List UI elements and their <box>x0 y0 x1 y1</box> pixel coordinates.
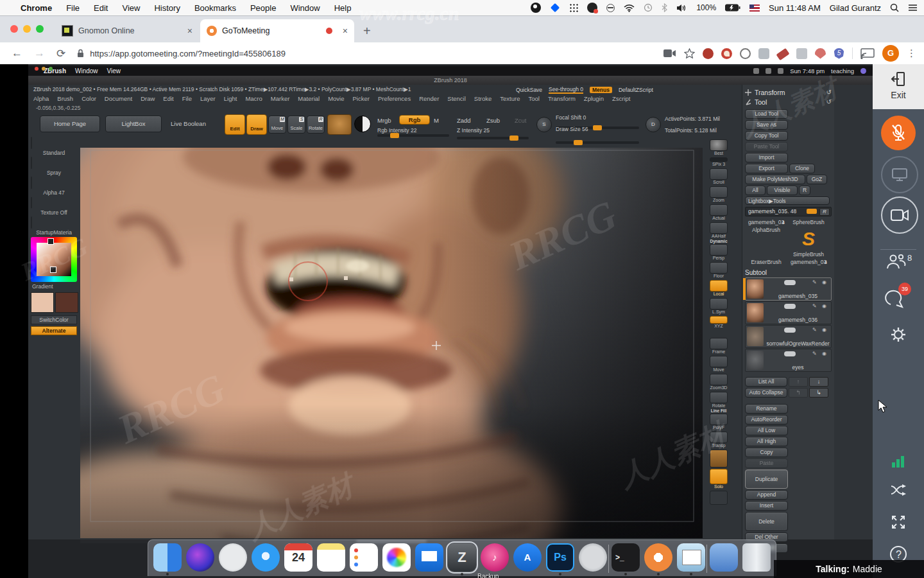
zbrush-menu-item[interactable]: Macro <box>245 95 262 102</box>
extension-chat-icon[interactable] <box>758 48 769 59</box>
zbrush-menu-item[interactable]: Texture <box>500 95 520 102</box>
rename-button[interactable]: Rename <box>745 404 788 414</box>
left-tray-item[interactable]: StartupMateria <box>31 217 77 236</box>
zbrush-menu-item[interactable]: Light <box>224 95 237 102</box>
dock-icon[interactable] <box>252 542 280 574</box>
chat-button[interactable]: 39 <box>873 288 924 310</box>
zbrush-menu-item[interactable]: Stroke <box>474 95 492 102</box>
current-brush-tile[interactable] <box>327 114 352 135</box>
extension-tag-icon[interactable] <box>776 48 789 60</box>
tool-button[interactable]: Save As <box>745 120 788 130</box>
rgb-intensity-track[interactable] <box>377 134 449 137</box>
all-low-button[interactable]: All Low <box>745 426 788 435</box>
switch-color-button[interactable]: SwitchColor <box>31 315 77 324</box>
remote-menu-window[interactable]: Window <box>75 67 98 74</box>
tab-close-icon[interactable]: × <box>343 26 348 36</box>
attendees-button[interactable]: 8 8 <box>873 252 924 274</box>
wifi-icon[interactable] <box>624 4 635 12</box>
tool-reset-icon[interactable]: ↺ <box>826 98 832 105</box>
right-shelf-button[interactable]: Solo <box>707 468 730 489</box>
list-all-button[interactable]: List All <box>745 377 787 387</box>
delete-button[interactable]: Delete <box>745 512 788 531</box>
zbrush-menu-item[interactable]: Transform <box>548 95 576 102</box>
dock-icon[interactable] <box>382 542 411 574</box>
dropbox-tray-icon[interactable] <box>551 3 560 12</box>
tool-button[interactable]: Visible <box>767 186 798 195</box>
right-shelf-button[interactable]: Rotate <box>707 391 730 408</box>
remote-minimize-button[interactable] <box>42 67 46 71</box>
copy-button[interactable]: Copy <box>745 448 788 457</box>
left-tray-item[interactable]: Alpha 47 <box>31 177 77 196</box>
rotate-mode-button[interactable]: RRotate <box>307 116 325 134</box>
all-high-button[interactable]: All High <box>745 437 788 446</box>
tool-button[interactable]: GoZ <box>807 175 827 184</box>
new-tab-button[interactable]: + <box>363 24 371 37</box>
right-shelf-button[interactable]: Local <box>707 279 730 297</box>
left-tray-item[interactable]: Texture Off <box>31 197 77 216</box>
active-tool-slider-knob[interactable] <box>807 209 817 214</box>
right-shelf-button[interactable] <box>707 329 730 337</box>
share-camera-button[interactable] <box>881 197 918 234</box>
chromecast-icon[interactable] <box>860 48 875 59</box>
zbrush-menu-item[interactable]: Document <box>105 95 132 102</box>
mrgb-toggle[interactable]: Mrgb <box>377 117 391 124</box>
polypaint-toggle-icon[interactable] <box>784 328 796 333</box>
right-shelf-button[interactable]: XYZ <box>707 315 730 329</box>
polypaint-toggle-icon[interactable] <box>784 304 796 309</box>
left-tray-item[interactable]: Standard <box>31 137 77 156</box>
zbrush-menu-item[interactable]: Draw <box>141 95 155 102</box>
menubar-item[interactable]: Help <box>334 3 352 13</box>
bookmark-star-icon[interactable] <box>684 48 695 58</box>
reload-button[interactable]: ⟳ <box>56 47 65 60</box>
dock-icon[interactable] <box>710 542 738 574</box>
window-close-button[interactable] <box>10 25 18 33</box>
tool-thumbnail[interactable]: 4gamemesh_03 <box>787 259 830 265</box>
right-shelf-button[interactable]: Scroll <box>707 168 730 185</box>
menubar-item[interactable]: People <box>250 3 276 13</box>
dock-icon[interactable]: Ps <box>546 542 574 574</box>
zbrush-menu-item[interactable]: Alpha <box>33 95 49 102</box>
right-shelf-button[interactable]: DynamicPersp <box>707 240 730 261</box>
right-shelf-button[interactable]: Frame <box>707 337 730 355</box>
active-tool-slider[interactable]: gamemesh_035. 48 R <box>745 207 832 216</box>
zbrush-menu-item[interactable]: Marker <box>271 95 290 102</box>
remote-close-button[interactable] <box>35 67 38 71</box>
subtool-row[interactable]: ✎ ◉gamemesh_036 <box>745 301 832 324</box>
zbrush-menu-item[interactable]: Tool <box>528 95 539 102</box>
z-intensity-slider[interactable]: Z Intensity 25 <box>457 127 490 134</box>
zbrush-menu-item[interactable]: Zplugin <box>584 95 604 102</box>
exit-button[interactable]: Exit <box>873 64 924 109</box>
subtool-header[interactable]: Subtool <box>745 269 832 276</box>
menubar-item[interactable]: Bookmarks <box>194 3 236 13</box>
subtool-row[interactable]: ✎ ◉gamemesh_035 <box>745 277 832 301</box>
focal-shift-knob-icon[interactable]: S <box>536 117 552 132</box>
sculpt-canvas[interactable] <box>80 148 703 538</box>
zbrush-menu-item[interactable]: Render <box>419 95 439 102</box>
right-shelf-button[interactable]: Move <box>707 355 730 372</box>
zbrush-menu-item[interactable]: Color <box>81 95 96 102</box>
draw-mode-button[interactable]: Draw <box>246 114 267 135</box>
menus-toggle[interactable]: Menus <box>590 87 612 93</box>
shuffle-layout-button[interactable] <box>873 483 924 500</box>
menubar-item[interactable]: History <box>154 3 180 13</box>
subtool-row[interactable]: ✎ ◉sorrowfulOgreWaxRender <box>745 325 832 348</box>
tool-palette-header[interactable]: Tool ↺ <box>745 97 832 107</box>
tool-button[interactable]: Export <box>745 164 788 173</box>
tool-thumbnail[interactable]: SphereBrush <box>787 219 830 225</box>
right-shelf-button[interactable]: Floor <box>707 261 730 279</box>
menubar-item[interactable]: Window <box>290 3 320 13</box>
draw-size-slider[interactable]: Draw Size 56 <box>556 126 588 132</box>
collapse-down-button[interactable]: ↳ <box>809 388 828 398</box>
extension-video-icon[interactable] <box>796 48 807 59</box>
tool-button[interactable]: Lightbox▶Tools <box>745 197 830 205</box>
paste-button[interactable]: Paste <box>745 459 788 468</box>
default-zscript-button[interactable]: DefaultZScript <box>619 87 653 93</box>
subtool-row-icons[interactable]: ✎ ◉ <box>812 327 828 333</box>
menubar-item[interactable]: File <box>66 3 80 13</box>
dynamic-knob-icon[interactable]: D <box>646 117 661 132</box>
scale-mode-button[interactable]: SScale <box>287 116 305 134</box>
dock-icon[interactable]: ♪ <box>481 542 509 574</box>
polypaint-toggle-icon[interactable] <box>784 280 796 285</box>
window-minimize-button[interactable] <box>23 25 31 33</box>
tool-thumbnail[interactable]: SSimpleBrush <box>787 227 830 258</box>
